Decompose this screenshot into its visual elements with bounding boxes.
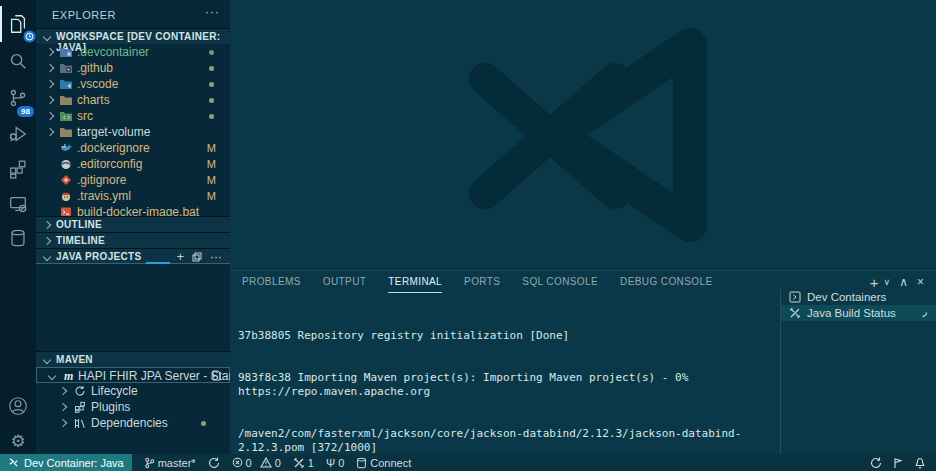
tree-item-src[interactable]: src bbox=[36, 108, 230, 124]
tree-item-gitignore[interactable]: .gitignore M bbox=[36, 172, 230, 188]
terminal-instance-list: Dev Containers Java Build Status bbox=[780, 289, 936, 455]
refresh-icon[interactable] bbox=[870, 457, 882, 469]
fork-status-item[interactable]: Ψ 0 bbox=[326, 457, 344, 469]
chevron-down-icon bbox=[48, 372, 56, 380]
file-name: .gitignore bbox=[77, 172, 126, 188]
errors-count: 0 bbox=[246, 457, 252, 469]
problems-item[interactable]: 0 0 bbox=[232, 457, 281, 469]
tab-problems[interactable]: PROBLEMS bbox=[242, 271, 301, 293]
close-panel-icon[interactable]: × bbox=[917, 275, 924, 289]
tab-output[interactable]: OUTPUT bbox=[323, 271, 367, 293]
notifications-bell-icon[interactable] bbox=[914, 457, 926, 469]
tree-item-github[interactable]: .github bbox=[36, 60, 230, 76]
loading-progress-bar bbox=[146, 262, 170, 264]
build-count: 1 bbox=[308, 457, 314, 469]
modified-dot-badge bbox=[201, 421, 206, 426]
tree-item-editorconfig[interactable]: .editorconfig M bbox=[36, 156, 230, 172]
chevron-right-icon bbox=[43, 221, 51, 229]
terminal-line: 983f8c38 Importing Maven project(s): Imp… bbox=[238, 371, 778, 399]
maven-section-header[interactable]: MAVEN bbox=[36, 351, 230, 367]
maximize-panel-icon[interactable]: ∧ bbox=[899, 275, 908, 289]
new-terminal-icon[interactable]: + bbox=[870, 274, 879, 291]
chevron-right-icon bbox=[46, 128, 54, 136]
plugins-icon bbox=[74, 401, 86, 413]
tree-item-charts[interactable]: charts bbox=[36, 92, 230, 108]
remote-label: Dev Container: Java bbox=[24, 457, 124, 469]
tab-debug-console[interactable]: DEBUG CONSOLE bbox=[620, 271, 712, 293]
settings-gear-icon[interactable]: ⚙ bbox=[0, 424, 36, 458]
branch-label: master* bbox=[158, 457, 196, 469]
timeline-section-header[interactable]: TIMELINE bbox=[36, 232, 230, 248]
more-actions-icon[interactable]: ··· bbox=[210, 251, 222, 263]
remote-explorer-icon[interactable] bbox=[0, 187, 36, 221]
accounts-icon[interactable] bbox=[0, 389, 36, 423]
outline-section-header[interactable]: OUTLINE bbox=[36, 216, 230, 232]
terminal-item-java-build-status[interactable]: Java Build Status bbox=[781, 305, 936, 321]
dev-container-icon bbox=[789, 291, 801, 303]
maven-project-row[interactable]: m HAPI FHIR JPA Server - Start... bbox=[36, 367, 230, 383]
git-modified-badge: M bbox=[207, 188, 216, 204]
java-projects-label: JAVA PROJECTS bbox=[56, 251, 141, 262]
file-name: .travis.yml bbox=[77, 188, 131, 204]
maven-child-label: Dependencies bbox=[91, 415, 168, 431]
search-icon[interactable] bbox=[0, 44, 36, 78]
file-name: .devcontainer bbox=[77, 44, 149, 60]
pending-operations-badge bbox=[23, 30, 36, 43]
explorer-header: EXPLORER ··· bbox=[36, 0, 230, 28]
docker-icon bbox=[60, 142, 72, 154]
extensions-icon[interactable] bbox=[0, 152, 36, 186]
export-jar-icon[interactable] bbox=[192, 252, 202, 262]
tree-item-target-volume[interactable]: target-volume bbox=[36, 124, 230, 140]
git-modified-badge: M bbox=[207, 156, 216, 172]
terminal-item-dev-containers[interactable]: Dev Containers bbox=[781, 289, 936, 305]
git-modified-badge: M bbox=[207, 140, 216, 156]
terminal-dropdown-icon[interactable]: ∨ bbox=[884, 277, 891, 287]
tree-item-vscode[interactable]: .vscode bbox=[36, 76, 230, 92]
folder-github-icon bbox=[60, 62, 72, 74]
file-name: .dockerignore bbox=[77, 140, 150, 156]
source-control-icon[interactable]: 98 bbox=[0, 81, 36, 115]
folder-devcontainer-icon bbox=[60, 46, 72, 58]
spinner-icon bbox=[917, 307, 928, 318]
run-debug-icon[interactable] bbox=[0, 117, 36, 151]
feedback-flag-icon[interactable] bbox=[892, 457, 904, 469]
database-connect-icon bbox=[356, 457, 367, 469]
new-project-icon[interactable]: + bbox=[176, 251, 184, 263]
maven-lifecycle-row[interactable]: Lifecycle bbox=[36, 383, 230, 399]
file-tree: .devcontainer .github .vscode charts bbox=[36, 44, 230, 216]
folder-src-icon bbox=[60, 110, 72, 122]
maven-plugins-row[interactable]: Plugins bbox=[36, 399, 230, 415]
maven-m-icon: m bbox=[64, 370, 76, 382]
file-name: .github bbox=[77, 60, 113, 76]
java-build-item[interactable]: 1 bbox=[293, 457, 314, 469]
maven-dependencies-row[interactable]: Dependencies bbox=[36, 415, 230, 431]
folder-icon bbox=[60, 94, 72, 106]
remote-indicator[interactable]: Dev Container: Java bbox=[0, 454, 132, 471]
open-pom-icon[interactable] bbox=[210, 370, 221, 381]
chevron-right-icon bbox=[46, 48, 54, 56]
java-projects-section-header[interactable]: JAVA PROJECTS + ··· bbox=[36, 248, 230, 264]
vscode-window: 98 bbox=[0, 0, 936, 471]
git-branch-item[interactable]: master* bbox=[144, 457, 196, 469]
tree-item-travis-yml[interactable]: .travis.yml M bbox=[36, 188, 230, 204]
tree-item-dockerignore[interactable]: .dockerignore M bbox=[36, 140, 230, 156]
chevron-down-icon bbox=[43, 356, 51, 364]
tab-sql-console[interactable]: SQL CONSOLE bbox=[522, 271, 598, 293]
explorer-more-actions-icon[interactable]: ··· bbox=[205, 5, 220, 19]
terminal-output[interactable]: 37b38805 Repository registry initializat… bbox=[238, 301, 778, 471]
file-name: charts bbox=[77, 92, 110, 108]
folder-vscode-icon bbox=[60, 78, 72, 90]
modified-dot-badge bbox=[209, 114, 214, 119]
tab-ports[interactable]: PORTS bbox=[464, 271, 500, 293]
git-sync-item[interactable] bbox=[208, 457, 220, 469]
sql-connect-item[interactable]: Connect bbox=[356, 457, 411, 469]
errors-icon bbox=[232, 457, 243, 468]
outline-label: OUTLINE bbox=[56, 219, 102, 230]
tab-terminal[interactable]: TERMINAL bbox=[388, 271, 442, 293]
explorer-icon[interactable] bbox=[0, 7, 36, 41]
tree-item-devcontainer[interactable]: .devcontainer bbox=[36, 44, 230, 60]
workspace-section-header[interactable]: WORKSPACE [DEV CONTAINER: JAVA] bbox=[36, 28, 230, 44]
tree-item-build-docker-image-bat[interactable]: build-docker-image.bat bbox=[36, 204, 230, 216]
database-icon[interactable] bbox=[0, 221, 36, 255]
editor-area[interactable] bbox=[230, 0, 936, 270]
